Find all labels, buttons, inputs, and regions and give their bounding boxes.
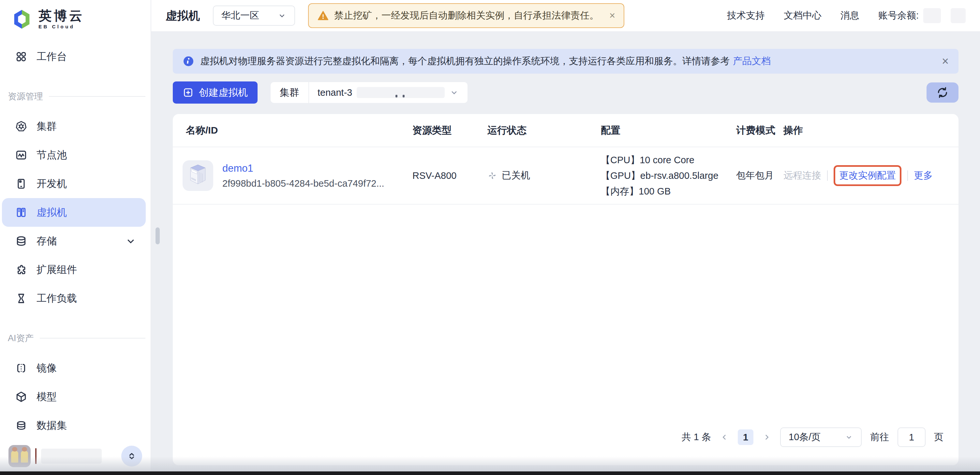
sidebar-item-workbench[interactable]: 工作台 — [0, 42, 151, 71]
action-divider — [907, 170, 908, 181]
sidebar-item-workloads[interactable]: 工作负载 — [0, 284, 151, 313]
sidebar-item-label: 虚拟机 — [37, 206, 67, 219]
modify-config-link[interactable]: 更改实例配置 — [839, 170, 896, 181]
tower-mini-icon — [15, 178, 27, 190]
chevron-down-icon — [449, 87, 459, 97]
server-tower-illustration — [188, 164, 207, 187]
chevron-right-icon — [762, 432, 772, 442]
page-size-select[interactable]: 10条/页 — [780, 427, 862, 447]
warning-banner: 禁止挖矿，一经发现后自动删除相关实例，自行承担法律责任。 × — [308, 3, 624, 28]
brand-name: 英博云 — [38, 9, 84, 22]
info-close-icon[interactable]: × — [942, 54, 949, 68]
cluster-select[interactable]: tenant-3 — [309, 82, 468, 103]
config-gpu: 【GPU】eb-rsv.a800.5large — [601, 168, 736, 183]
page-title: 虚拟机 — [165, 8, 200, 24]
mirror-icon — [15, 362, 27, 374]
sidebar-item-label: 集群 — [37, 119, 57, 133]
cell-billing: 包年包月 — [736, 169, 783, 182]
sidebar-item-storage[interactable]: 存储 — [0, 227, 151, 256]
balance-label: 账号余额: — [878, 9, 919, 22]
table-header: 名称/ID 资源类型 运行状态 配置 计费模式 操作 — [173, 114, 958, 147]
col-header-actions: 操作 — [783, 124, 958, 137]
sidebar-item-node-pool[interactable]: 节点池 — [0, 141, 151, 169]
warning-triangle-icon — [317, 10, 329, 22]
prev-page-button[interactable] — [719, 432, 729, 442]
sidebar-item-extensions[interactable]: 扩展组件 — [0, 256, 151, 284]
topbar: 虚拟机 华北一区 禁止挖矿，一经发现后自动删除相关实例，自行承担法律责任。 × … — [151, 0, 980, 31]
more-actions-link[interactable]: 更多 — [914, 169, 933, 182]
brand-subtitle: EB Cloud — [38, 24, 84, 29]
redacted-username — [41, 449, 102, 464]
dock-edge-strip — [0, 472, 980, 475]
user-account-row[interactable] — [8, 445, 142, 467]
sidebar-item-images[interactable]: 镜像 — [0, 354, 151, 383]
sidebar-item-label: 工作台 — [37, 50, 67, 64]
next-page-button[interactable] — [762, 432, 772, 442]
brand-logo[interactable]: 英博云 EB Cloud — [0, 0, 151, 30]
user-switcher-button[interactable] — [121, 446, 142, 467]
create-vm-button[interactable]: 创建虚拟机 — [173, 81, 258, 103]
sidebar-item-datasets[interactable]: 数据集 — [0, 411, 151, 440]
section-label: 资源管理 — [8, 91, 43, 102]
goto-unit: 页 — [934, 431, 943, 444]
status-text: 已关机 — [502, 169, 530, 182]
pagination: 共 1 条 1 10条/页 前往 页 — [173, 427, 958, 465]
section-label: AI资产 — [8, 332, 34, 344]
user-avatar — [8, 445, 31, 467]
sidebar-scrollbar-thumb[interactable] — [156, 227, 160, 244]
sidebar-item-label: 模型 — [37, 390, 57, 404]
goto-page-input[interactable] — [897, 427, 926, 447]
kubernetes-wheel-icon — [15, 120, 27, 133]
sidebar-section-resources: 资源管理 — [0, 91, 151, 102]
chevron-down-icon — [124, 235, 137, 247]
chevron-down-icon — [845, 433, 853, 442]
remote-connect-link[interactable]: 远程连接 — [783, 169, 821, 182]
col-header-name-id: 名称/ID — [173, 124, 412, 137]
cluster-filter: 集群 tenant-3 — [270, 82, 468, 103]
plus-square-icon — [183, 87, 194, 98]
sidebar-item-vm[interactable]: 虚拟机 — [2, 198, 146, 227]
database-icon — [15, 419, 27, 432]
col-header-config: 配置 — [601, 124, 736, 137]
link-doc-center[interactable]: 文档中心 — [784, 9, 822, 22]
link-tech-support[interactable]: 技术支持 — [727, 9, 765, 22]
sidebar-item-models[interactable]: 模型 — [0, 383, 151, 411]
chevron-down-icon — [277, 11, 286, 20]
main-content: 虚拟机对物理服务器资源进行完整虚拟化和隔离，每个虚拟机拥有独立的操作系统环境，支… — [151, 31, 980, 475]
section-divider — [49, 96, 145, 97]
cell-resource-type: RSV-A800 — [412, 170, 487, 181]
config-cpu: 【CPU】10 core Core — [601, 152, 736, 168]
cell-actions: 远程连接 更改实例配置 更多 — [783, 165, 958, 186]
vm-id: 2f998bd1-b805-4284-be5d-ca749f72... — [222, 178, 384, 189]
col-header-type: 资源类型 — [412, 124, 487, 137]
sidebar: 英博云 EB Cloud 工作台 资源管理 集群 节点池 — [0, 0, 151, 475]
database-icon — [15, 235, 27, 247]
sidebar-item-label: 扩展组件 — [37, 263, 77, 276]
sidebar-item-label: 节点池 — [37, 148, 67, 162]
sidebar-item-dev-machine[interactable]: 开发机 — [0, 169, 151, 198]
fan-status-icon — [487, 171, 497, 181]
warning-close-icon[interactable]: × — [609, 10, 615, 22]
refresh-button[interactable] — [926, 83, 958, 103]
cell-name-id: demo1 2f998bd1-b805-4284-be5d-ca749f72..… — [173, 160, 412, 191]
server-racks-icon — [15, 206, 27, 219]
vm-name-link[interactable]: demo1 — [222, 162, 384, 174]
action-divider — [827, 170, 828, 181]
sidebar-item-cluster[interactable]: 集群 — [0, 112, 151, 141]
current-page-button[interactable]: 1 — [738, 429, 753, 445]
hourglass-icon — [15, 292, 27, 305]
cell-status: 已关机 — [487, 169, 601, 182]
region-select-value: 华北一区 — [221, 9, 259, 22]
account-balance: 账号余额: — [878, 8, 966, 23]
info-icon — [183, 56, 194, 67]
puzzle-icon — [15, 264, 27, 276]
sidebar-section-ai: AI资产 — [0, 332, 151, 344]
cluster-label: 集群 — [270, 82, 309, 103]
product-doc-link[interactable]: 产品文档 — [733, 55, 771, 68]
col-header-billing: 计费模式 — [736, 124, 783, 137]
chevron-up-down-icon — [126, 451, 137, 462]
app-grid-icon — [15, 51, 27, 63]
table-row: demo1 2f998bd1-b805-4284-be5d-ca749f72..… — [173, 147, 958, 205]
region-select[interactable]: 华北一区 — [213, 6, 295, 26]
link-messages[interactable]: 消息 — [840, 9, 859, 22]
